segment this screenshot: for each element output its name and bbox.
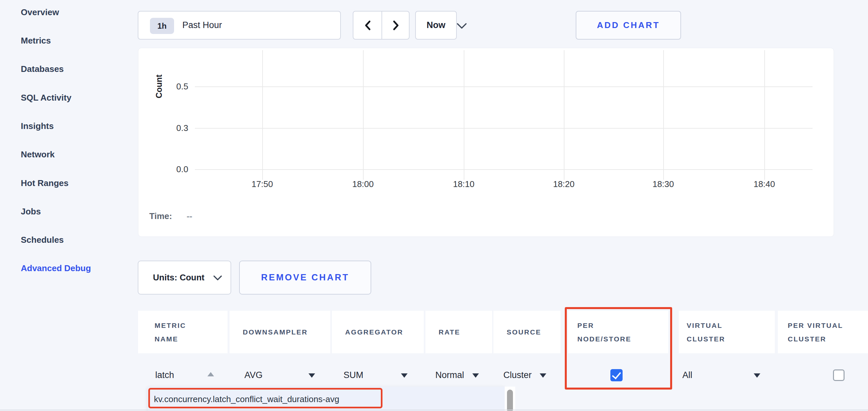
time-range-label: Past Hour	[182, 11, 222, 39]
chevron-left-icon	[363, 20, 372, 31]
column-header-downsampler: DOWNSAMPLER	[229, 311, 330, 353]
time-step-group	[353, 11, 409, 40]
add-chart-button[interactable]: ADD CHART	[576, 11, 681, 40]
gridline	[195, 87, 812, 87]
dropdown-scrollbar-thumb[interactable]	[507, 389, 513, 411]
caret-down-icon	[401, 373, 408, 378]
per-virtual-cluster-checkbox[interactable]	[833, 370, 844, 381]
x-tick-label: 17:50	[239, 178, 285, 190]
chart-hover-time: Time:--	[149, 211, 192, 221]
time-back-button[interactable]	[353, 11, 382, 39]
chart-card	[138, 48, 834, 237]
caret-down-icon	[754, 373, 760, 378]
sidebar-item-overview[interactable]: Overview	[21, 6, 59, 18]
gridline	[363, 50, 364, 180]
sidebar-item-sql-activity[interactable]: SQL Activity	[21, 92, 71, 104]
x-tick-label: 18:20	[541, 178, 587, 190]
time-value: --	[187, 211, 192, 221]
now-button[interactable]: Now	[415, 11, 457, 40]
time-range-badge: 1h	[150, 18, 174, 34]
x-tick-label: 18:00	[340, 178, 386, 190]
column-header-aggregator: AGGREGATOR	[332, 311, 424, 353]
x-tick-label: 18:30	[640, 178, 686, 190]
chevron-down-icon	[213, 275, 222, 281]
y-tick-label: 0.0	[155, 163, 188, 175]
metric-suggestion-item[interactable]: kv.concurrency.latch_conflict_wait_durat…	[154, 393, 339, 405]
source-select[interactable]: Cluster	[503, 369, 532, 381]
units-select-label: Units: Count	[153, 261, 205, 294]
units-select[interactable]: Units: Count	[138, 261, 231, 295]
y-tick-label: 0.3	[155, 122, 188, 134]
now-button-label: Now	[416, 11, 456, 39]
chevron-right-icon	[392, 20, 400, 31]
column-header-source: SOURCE	[493, 311, 560, 353]
time-label: Time:	[149, 211, 172, 221]
sidebar-item-insights[interactable]: Insights	[21, 120, 54, 132]
caret-down-icon	[540, 373, 546, 378]
column-header-metric-name: METRICNAME	[138, 311, 227, 353]
virtual-cluster-select[interactable]: All	[682, 369, 692, 381]
gridline	[564, 50, 564, 180]
gridline	[195, 128, 812, 129]
caret-down-icon	[309, 373, 315, 378]
x-tick-label: 18:10	[441, 178, 487, 190]
sidebar-item-databases[interactable]: Databases	[21, 63, 64, 75]
sidebar-item-jobs[interactable]: Jobs	[21, 205, 41, 217]
gridline	[663, 50, 664, 180]
remove-chart-button[interactable]: REMOVE CHART	[239, 261, 371, 295]
aggregator-select[interactable]: SUM	[343, 369, 363, 381]
sidebar-item-advanced-debug[interactable]: Advanced Debug	[21, 262, 91, 274]
column-header-virtual-cluster: VIRTUALCLUSTER	[679, 311, 775, 353]
metric-name-input[interactable]: latch	[155, 369, 205, 381]
gridline	[464, 50, 464, 180]
chevron-down-icon	[456, 23, 467, 30]
x-tick-label: 18:40	[741, 178, 787, 190]
y-tick-label: 0.5	[155, 80, 188, 92]
gridline	[262, 50, 263, 180]
sidebar-item-hot-ranges[interactable]: Hot Ranges	[21, 177, 68, 189]
checkmark-icon	[612, 370, 621, 379]
rate-select[interactable]: Normal	[435, 369, 464, 381]
sidebar-item-network[interactable]: Network	[21, 148, 55, 160]
sidebar-item-schedules[interactable]: Schedules	[21, 234, 64, 246]
sidebar-item-metrics[interactable]: Metrics	[21, 35, 51, 46]
column-header-per-node-store: PERNODE/STORE	[568, 311, 668, 353]
column-header-rate: RATE	[426, 311, 492, 353]
caret-down-icon	[472, 373, 479, 378]
column-header-per-virtual-cluster: PER VIRTUALCLUSTER	[778, 311, 868, 353]
sort-caret-up-icon	[208, 372, 214, 376]
gridline	[764, 50, 765, 180]
advanced-debug-custom-chart-page: Overview Metrics Databases SQL Activity …	[0, 0, 868, 411]
time-forward-button[interactable]	[382, 11, 409, 39]
downsampler-select[interactable]: AVG	[244, 369, 262, 381]
per-node-store-checkbox[interactable]	[610, 369, 623, 381]
divider	[0, 410, 868, 410]
gridline	[195, 169, 812, 170]
time-range-select[interactable]: 1h Past Hour	[138, 11, 341, 40]
